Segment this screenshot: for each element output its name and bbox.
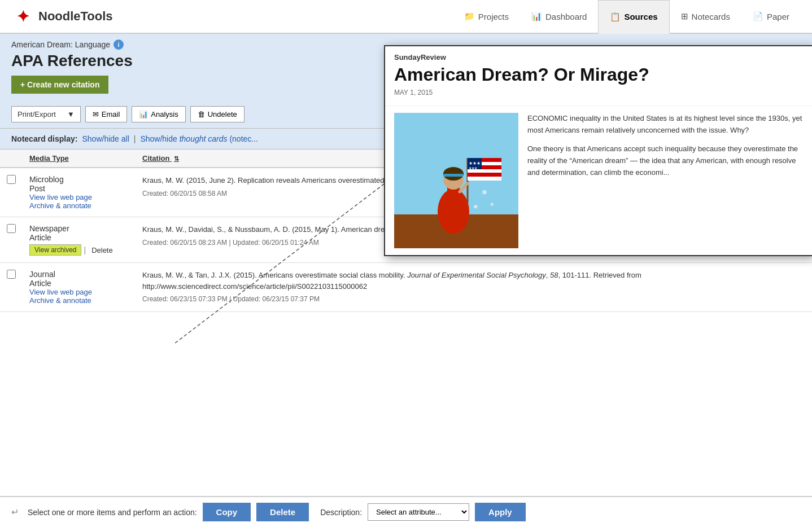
email-button[interactable]: ✉ Email — [85, 106, 128, 122]
main-nav: 📁 Projects 📊 Dashboard 📋 Sources ⊞ Notec… — [453, 0, 801, 33]
row3-type: Journal — [29, 270, 129, 279]
trash-icon: 🗑 — [198, 110, 205, 118]
undelete-button[interactable]: 🗑 Undelete — [190, 106, 245, 122]
article-preview-popup: SundayReview American Dream? Or Mirage? … — [384, 45, 812, 256]
popup-header: SundayReview American Dream? Or Mirage? … — [385, 46, 812, 106]
popup-title: American Dream? Or Mirage? — [394, 64, 803, 85]
svg-text:✦: ✦ — [16, 8, 29, 25]
info-icon[interactable]: i — [113, 39, 124, 50]
row2-checkbox-cell — [0, 217, 23, 263]
popup-para-1: ECONOMIC inequality in the United States… — [527, 113, 803, 137]
nav-notecards[interactable]: ⊞ Notecards — [670, 0, 741, 33]
doc-icon: 📄 — [753, 11, 763, 21]
show-hide-all-link[interactable]: Show/hide all — [82, 134, 129, 143]
row2-subtype: Article — [29, 233, 129, 242]
row1-checkbox[interactable] — [7, 175, 16, 184]
row1-checkbox-cell — [0, 168, 23, 217]
logo-text: NoodleTools — [38, 9, 113, 24]
nav-sources[interactable]: 📋 Sources — [598, 0, 669, 34]
row1-view-live-link[interactable]: View live web page — [29, 193, 129, 201]
pipe-separator: | — [134, 134, 136, 143]
girl-with-flag-svg: ★★★ ★★★ ❄ ❄ ❄ — [394, 113, 518, 248]
row1-subtype: Post — [29, 184, 129, 193]
svg-text:❄: ❄ — [490, 202, 494, 207]
row2-delete-link[interactable]: Delete — [91, 246, 113, 254]
row3-media-cell: Journal Article View live web page Archi… — [23, 263, 136, 312]
svg-text:★★★: ★★★ — [469, 166, 477, 170]
chart-icon: 📊 — [531, 11, 542, 21]
article-image: ★★★ ★★★ ❄ ❄ ❄ — [394, 113, 518, 248]
folder-icon: 📁 — [464, 11, 475, 21]
show-hide-thought-link[interactable]: Show/hide thought cards (notec... — [140, 134, 258, 143]
row2-checkbox[interactable] — [7, 224, 16, 233]
create-new-citation-button[interactable]: + Create new citation — [11, 76, 108, 94]
view-archived-button[interactable]: View archived — [29, 244, 81, 256]
grid-icon: ⊞ — [681, 11, 688, 21]
notecard-suffix: (notec... — [229, 134, 258, 143]
popup-para-2: One theory is that Americans accept such… — [527, 143, 803, 178]
nav-projects[interactable]: 📁 Projects — [453, 0, 520, 33]
media-type-header[interactable]: Media Type — [23, 150, 136, 168]
row2-type: Newspaper — [29, 224, 129, 233]
svg-rect-8 — [444, 174, 463, 177]
svg-text:❄: ❄ — [482, 188, 487, 196]
svg-text:★★★: ★★★ — [469, 161, 481, 166]
row2-media-cell: Newspaper Article View archived | Delete — [23, 217, 136, 263]
row1-media-cell: Microblog Post View live web page Archiv… — [23, 168, 136, 217]
row3-view-live-link[interactable]: View live web page — [29, 288, 129, 296]
nav-dashboard[interactable]: 📊 Dashboard — [520, 0, 598, 33]
app-header: ✦ NoodleTools 📁 Projects 📊 Dashboard 📋 S… — [0, 0, 812, 34]
nav-paper[interactable]: 📄 Paper — [741, 0, 801, 33]
table-row: Journal Article View live web page Archi… — [0, 263, 812, 312]
svg-rect-13 — [468, 177, 501, 181]
thought-cards-italic: thought cards — [180, 134, 228, 143]
print-export-dropdown[interactable]: Print/Export ▼ — [11, 106, 81, 122]
logo-area: ✦ NoodleTools — [11, 5, 113, 28]
noodletools-logo-icon: ✦ — [11, 5, 34, 28]
row3-citation-cell: Kraus, M. W., & Tan, J. J.X. (2015). Ame… — [136, 263, 812, 312]
row3-subtype: Article — [29, 279, 129, 288]
table-icon: 📋 — [610, 12, 621, 22]
popup-text-area: ECONOMIC inequality in the United States… — [527, 113, 803, 248]
select-all-header — [0, 150, 23, 168]
sort-icon: ⇅ — [174, 155, 179, 162]
chevron-down-icon: ▼ — [67, 110, 75, 118]
row1-archive-link[interactable]: Archive & annotate — [29, 201, 129, 210]
row3-citation-meta: Created: 06/23/15 07:33 PM | Updated: 06… — [142, 295, 805, 303]
row3-citation-text: Kraus, M. W., & Tan, J. J.X. (2015). Ame… — [142, 270, 805, 292]
row1-type: Microblog — [29, 175, 129, 184]
email-icon: ✉ — [93, 110, 99, 118]
analysis-button[interactable]: 📊 Analysis — [132, 106, 185, 122]
popup-section-label: SundayReview — [394, 53, 803, 62]
svg-text:❄: ❄ — [473, 204, 478, 210]
popup-body: ★★★ ★★★ ❄ ❄ ❄ ECONOMIC inequality in the… — [385, 106, 812, 255]
project-title-text: American Dream: Language — [11, 40, 110, 49]
notecard-label: Notecard display: — [11, 134, 77, 143]
svg-rect-5 — [447, 186, 460, 214]
row3-checkbox-cell — [0, 263, 23, 312]
row3-archive-link[interactable]: Archive & annotate — [29, 296, 129, 305]
bar-chart-icon: 📊 — [139, 110, 148, 118]
popup-date: MAY 1, 2015 — [394, 89, 803, 96]
row3-checkbox[interactable] — [7, 270, 16, 279]
